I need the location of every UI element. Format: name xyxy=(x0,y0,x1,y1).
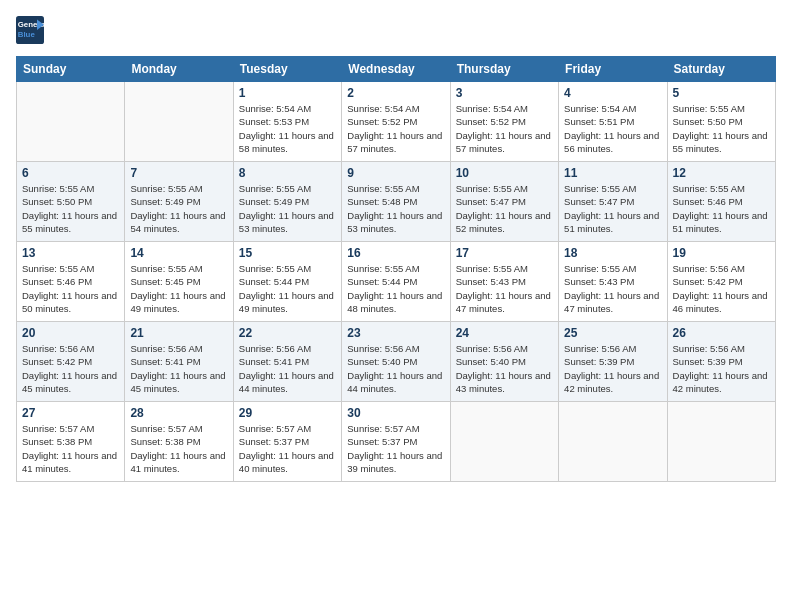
day-info: Sunrise: 5:55 AM Sunset: 5:50 PM Dayligh… xyxy=(673,102,770,155)
day-info: Sunrise: 5:54 AM Sunset: 5:52 PM Dayligh… xyxy=(456,102,553,155)
page-header: General Blue xyxy=(16,16,776,44)
weekday-header-monday: Monday xyxy=(125,57,233,82)
day-info: Sunrise: 5:55 AM Sunset: 5:46 PM Dayligh… xyxy=(22,262,119,315)
calendar-cell xyxy=(450,402,558,482)
calendar-cell xyxy=(667,402,775,482)
calendar-cell: 5Sunrise: 5:55 AM Sunset: 5:50 PM Daylig… xyxy=(667,82,775,162)
day-number: 21 xyxy=(130,326,227,340)
day-number: 18 xyxy=(564,246,661,260)
day-number: 22 xyxy=(239,326,336,340)
weekday-header-wednesday: Wednesday xyxy=(342,57,450,82)
calendar-header: SundayMondayTuesdayWednesdayThursdayFrid… xyxy=(17,57,776,82)
calendar-cell: 15Sunrise: 5:55 AM Sunset: 5:44 PM Dayli… xyxy=(233,242,341,322)
day-number: 23 xyxy=(347,326,444,340)
day-number: 6 xyxy=(22,166,119,180)
day-info: Sunrise: 5:55 AM Sunset: 5:44 PM Dayligh… xyxy=(347,262,444,315)
logo: General Blue xyxy=(16,16,48,44)
day-number: 17 xyxy=(456,246,553,260)
day-number: 2 xyxy=(347,86,444,100)
calendar-cell: 14Sunrise: 5:55 AM Sunset: 5:45 PM Dayli… xyxy=(125,242,233,322)
weekday-header-saturday: Saturday xyxy=(667,57,775,82)
day-info: Sunrise: 5:55 AM Sunset: 5:44 PM Dayligh… xyxy=(239,262,336,315)
day-info: Sunrise: 5:57 AM Sunset: 5:38 PM Dayligh… xyxy=(130,422,227,475)
weekday-header-sunday: Sunday xyxy=(17,57,125,82)
calendar-cell: 13Sunrise: 5:55 AM Sunset: 5:46 PM Dayli… xyxy=(17,242,125,322)
day-number: 26 xyxy=(673,326,770,340)
calendar-body: 1Sunrise: 5:54 AM Sunset: 5:53 PM Daylig… xyxy=(17,82,776,482)
day-info: Sunrise: 5:56 AM Sunset: 5:41 PM Dayligh… xyxy=(239,342,336,395)
day-number: 14 xyxy=(130,246,227,260)
calendar-cell: 4Sunrise: 5:54 AM Sunset: 5:51 PM Daylig… xyxy=(559,82,667,162)
calendar-cell: 11Sunrise: 5:55 AM Sunset: 5:47 PM Dayli… xyxy=(559,162,667,242)
day-number: 7 xyxy=(130,166,227,180)
day-info: Sunrise: 5:56 AM Sunset: 5:39 PM Dayligh… xyxy=(673,342,770,395)
day-info: Sunrise: 5:55 AM Sunset: 5:50 PM Dayligh… xyxy=(22,182,119,235)
day-number: 13 xyxy=(22,246,119,260)
calendar-cell: 28Sunrise: 5:57 AM Sunset: 5:38 PM Dayli… xyxy=(125,402,233,482)
svg-text:Blue: Blue xyxy=(18,30,36,39)
weekday-header-tuesday: Tuesday xyxy=(233,57,341,82)
calendar-cell: 8Sunrise: 5:55 AM Sunset: 5:49 PM Daylig… xyxy=(233,162,341,242)
day-number: 8 xyxy=(239,166,336,180)
calendar-cell: 23Sunrise: 5:56 AM Sunset: 5:40 PM Dayli… xyxy=(342,322,450,402)
day-info: Sunrise: 5:56 AM Sunset: 5:40 PM Dayligh… xyxy=(456,342,553,395)
day-info: Sunrise: 5:55 AM Sunset: 5:45 PM Dayligh… xyxy=(130,262,227,315)
calendar-cell xyxy=(559,402,667,482)
day-info: Sunrise: 5:56 AM Sunset: 5:40 PM Dayligh… xyxy=(347,342,444,395)
calendar-cell: 6Sunrise: 5:55 AM Sunset: 5:50 PM Daylig… xyxy=(17,162,125,242)
calendar-cell: 19Sunrise: 5:56 AM Sunset: 5:42 PM Dayli… xyxy=(667,242,775,322)
day-number: 10 xyxy=(456,166,553,180)
day-number: 9 xyxy=(347,166,444,180)
calendar-cell: 27Sunrise: 5:57 AM Sunset: 5:38 PM Dayli… xyxy=(17,402,125,482)
calendar-cell: 22Sunrise: 5:56 AM Sunset: 5:41 PM Dayli… xyxy=(233,322,341,402)
day-number: 28 xyxy=(130,406,227,420)
day-number: 15 xyxy=(239,246,336,260)
day-number: 1 xyxy=(239,86,336,100)
calendar-cell: 29Sunrise: 5:57 AM Sunset: 5:37 PM Dayli… xyxy=(233,402,341,482)
calendar-cell: 30Sunrise: 5:57 AM Sunset: 5:37 PM Dayli… xyxy=(342,402,450,482)
day-number: 30 xyxy=(347,406,444,420)
day-info: Sunrise: 5:55 AM Sunset: 5:49 PM Dayligh… xyxy=(130,182,227,235)
calendar-cell: 20Sunrise: 5:56 AM Sunset: 5:42 PM Dayli… xyxy=(17,322,125,402)
calendar-cell: 12Sunrise: 5:55 AM Sunset: 5:46 PM Dayli… xyxy=(667,162,775,242)
day-info: Sunrise: 5:55 AM Sunset: 5:43 PM Dayligh… xyxy=(456,262,553,315)
calendar-cell: 21Sunrise: 5:56 AM Sunset: 5:41 PM Dayli… xyxy=(125,322,233,402)
calendar-cell: 3Sunrise: 5:54 AM Sunset: 5:52 PM Daylig… xyxy=(450,82,558,162)
calendar-cell: 18Sunrise: 5:55 AM Sunset: 5:43 PM Dayli… xyxy=(559,242,667,322)
day-number: 20 xyxy=(22,326,119,340)
calendar-week-row: 6Sunrise: 5:55 AM Sunset: 5:50 PM Daylig… xyxy=(17,162,776,242)
day-info: Sunrise: 5:56 AM Sunset: 5:41 PM Dayligh… xyxy=(130,342,227,395)
day-number: 24 xyxy=(456,326,553,340)
calendar-cell: 1Sunrise: 5:54 AM Sunset: 5:53 PM Daylig… xyxy=(233,82,341,162)
day-number: 16 xyxy=(347,246,444,260)
day-info: Sunrise: 5:55 AM Sunset: 5:49 PM Dayligh… xyxy=(239,182,336,235)
weekday-header-row: SundayMondayTuesdayWednesdayThursdayFrid… xyxy=(17,57,776,82)
day-info: Sunrise: 5:56 AM Sunset: 5:39 PM Dayligh… xyxy=(564,342,661,395)
day-number: 5 xyxy=(673,86,770,100)
calendar-cell: 24Sunrise: 5:56 AM Sunset: 5:40 PM Dayli… xyxy=(450,322,558,402)
calendar-cell: 26Sunrise: 5:56 AM Sunset: 5:39 PM Dayli… xyxy=(667,322,775,402)
day-number: 29 xyxy=(239,406,336,420)
calendar-cell xyxy=(125,82,233,162)
calendar-cell: 9Sunrise: 5:55 AM Sunset: 5:48 PM Daylig… xyxy=(342,162,450,242)
day-number: 25 xyxy=(564,326,661,340)
calendar-cell: 7Sunrise: 5:55 AM Sunset: 5:49 PM Daylig… xyxy=(125,162,233,242)
calendar-cell: 16Sunrise: 5:55 AM Sunset: 5:44 PM Dayli… xyxy=(342,242,450,322)
day-info: Sunrise: 5:55 AM Sunset: 5:46 PM Dayligh… xyxy=(673,182,770,235)
calendar-cell: 17Sunrise: 5:55 AM Sunset: 5:43 PM Dayli… xyxy=(450,242,558,322)
day-number: 3 xyxy=(456,86,553,100)
day-number: 19 xyxy=(673,246,770,260)
day-info: Sunrise: 5:55 AM Sunset: 5:47 PM Dayligh… xyxy=(456,182,553,235)
calendar-cell xyxy=(17,82,125,162)
calendar-week-row: 20Sunrise: 5:56 AM Sunset: 5:42 PM Dayli… xyxy=(17,322,776,402)
day-info: Sunrise: 5:54 AM Sunset: 5:51 PM Dayligh… xyxy=(564,102,661,155)
calendar-cell: 10Sunrise: 5:55 AM Sunset: 5:47 PM Dayli… xyxy=(450,162,558,242)
day-info: Sunrise: 5:57 AM Sunset: 5:38 PM Dayligh… xyxy=(22,422,119,475)
day-number: 4 xyxy=(564,86,661,100)
day-info: Sunrise: 5:56 AM Sunset: 5:42 PM Dayligh… xyxy=(22,342,119,395)
calendar-week-row: 1Sunrise: 5:54 AM Sunset: 5:53 PM Daylig… xyxy=(17,82,776,162)
calendar-week-row: 27Sunrise: 5:57 AM Sunset: 5:38 PM Dayli… xyxy=(17,402,776,482)
calendar-cell: 25Sunrise: 5:56 AM Sunset: 5:39 PM Dayli… xyxy=(559,322,667,402)
day-number: 11 xyxy=(564,166,661,180)
weekday-header-thursday: Thursday xyxy=(450,57,558,82)
